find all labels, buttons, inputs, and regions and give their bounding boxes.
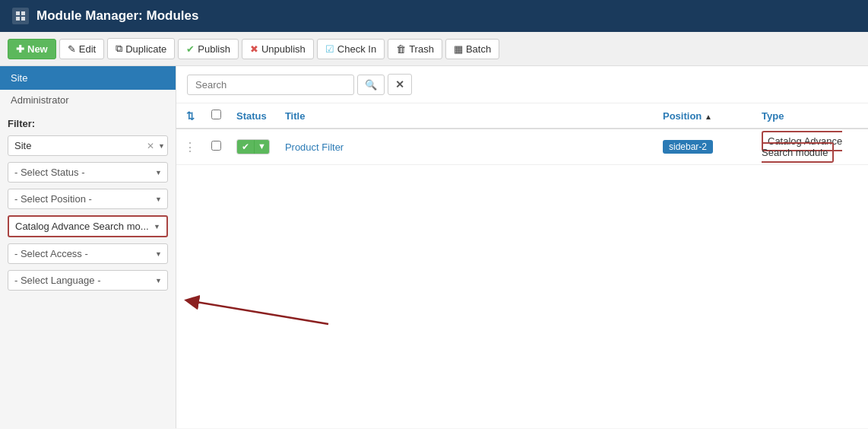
search-button[interactable]: 🔍 (357, 75, 385, 95)
sidebar: Site Administrator Filter: Site ✕ ▼ - Se… (0, 66, 176, 428)
status-select[interactable]: - Select Status - (8, 162, 168, 183)
trash-button[interactable]: 🗑 Trash (388, 39, 442, 59)
site-select-wrapper: Site ✕ ▼ (8, 135, 168, 156)
page-title: Module Manager: Modules (36, 8, 198, 24)
language-select-wrapper: - Select Language - (8, 270, 168, 291)
plus-icon: ✚ (16, 43, 24, 55)
language-select[interactable]: - Select Language - (8, 270, 168, 291)
search-icon: 🔍 (365, 79, 377, 91)
type-value: Catalog AdvanceSearch module (762, 131, 842, 163)
page-header: Module Manager: Modules (0, 0, 868, 32)
joomla-logo-icon (12, 8, 29, 24)
row-checkbox[interactable] (211, 141, 221, 151)
duplicate-icon: ⧉ (116, 43, 122, 55)
sidebar-item-site[interactable]: Site (0, 66, 176, 90)
sort-arrows-icon: ⇅ (186, 110, 195, 122)
modules-table: ⇅ Status Title Position (176, 103, 868, 165)
toolbar: ✚ New ✎ Edit ⧉ Duplicate ✔ Publish ✖ Unp… (0, 32, 868, 66)
duplicate-button[interactable]: ⧉ Duplicate (107, 38, 175, 59)
type-cell: Catalog AdvanceSearch module (754, 129, 868, 165)
title-cell: Product Filter (277, 129, 655, 165)
position-sort-icon: ▲ (705, 113, 712, 121)
body-layout: Site Administrator Filter: Site ✕ ▼ - Se… (0, 66, 868, 428)
status-check-icon[interactable]: ✔ (237, 140, 254, 154)
search-input[interactable] (187, 75, 354, 95)
filter-label: Filter: (8, 118, 168, 129)
batch-icon: ▦ (454, 43, 463, 55)
position-badge: sidebar-2 (663, 140, 713, 154)
select-all-checkbox[interactable] (211, 110, 221, 119)
unpublish-icon: ✖ (250, 43, 258, 55)
drag-handle-icon[interactable]: ⋮ (184, 141, 196, 154)
status-cell: ✔ ▼ (229, 129, 277, 165)
site-clear-button[interactable]: ✕ (144, 141, 157, 151)
module-title-link[interactable]: Product Filter (285, 141, 344, 153)
trash-icon: 🗑 (396, 43, 406, 55)
status-select-wrapper: - Select Status - (8, 162, 168, 183)
close-icon: ✕ (395, 78, 404, 91)
col-order: ⇅ (176, 103, 204, 129)
new-button[interactable]: ✚ New (8, 39, 56, 59)
check-cell (204, 129, 229, 165)
col-title: Title (277, 103, 655, 129)
col-type: Type (754, 103, 868, 129)
modules-table-container: ⇅ Status Title Position (176, 103, 868, 165)
col-status: Status (229, 103, 277, 129)
position-select[interactable]: - Select Position - (8, 189, 168, 209)
edit-icon: ✎ (68, 43, 76, 55)
publish-button[interactable]: ✔ Publish (178, 39, 239, 59)
table-row: ⋮ ✔ ▼ Product (176, 129, 868, 165)
drag-cell: ⋮ (176, 129, 204, 165)
site-dropdown-arrow-icon: ▼ (158, 142, 165, 150)
type-select[interactable]: Catalog Advance Search mo... (9, 217, 166, 236)
access-select[interactable]: - Select Access - (8, 243, 168, 264)
checkin-icon: ☑ (325, 43, 334, 55)
filter-section: Filter: Site ✕ ▼ - Select Status - (0, 110, 176, 301)
search-bar: 🔍 ✕ (176, 66, 868, 103)
clear-search-button[interactable]: ✕ (388, 74, 412, 95)
type-select-wrapper: Catalog Advance Search mo... (8, 215, 168, 237)
col-position[interactable]: Position ▲ (655, 103, 754, 129)
col-check (204, 103, 229, 129)
main-content: 🔍 ✕ ⇅ Status (176, 66, 868, 428)
sidebar-item-administrator[interactable]: Administrator (0, 90, 176, 110)
status-toggle[interactable]: ✔ ▼ (236, 139, 270, 154)
position-cell: sidebar-2 (655, 129, 754, 165)
checkmark-icon: ✔ (186, 43, 195, 55)
edit-button[interactable]: ✎ Edit (59, 39, 104, 59)
status-dropdown-icon[interactable]: ▼ (254, 140, 269, 154)
position-select-wrapper: - Select Position - (8, 189, 168, 209)
batch-button[interactable]: ▦ Batch (445, 39, 499, 59)
unpublish-button[interactable]: ✖ Unpublish (242, 39, 314, 59)
access-select-wrapper: - Select Access - (8, 243, 168, 264)
svg-rect-0 (12, 8, 29, 24)
checkin-button[interactable]: ☑ Check In (317, 39, 385, 59)
svg-line-1 (192, 301, 328, 324)
